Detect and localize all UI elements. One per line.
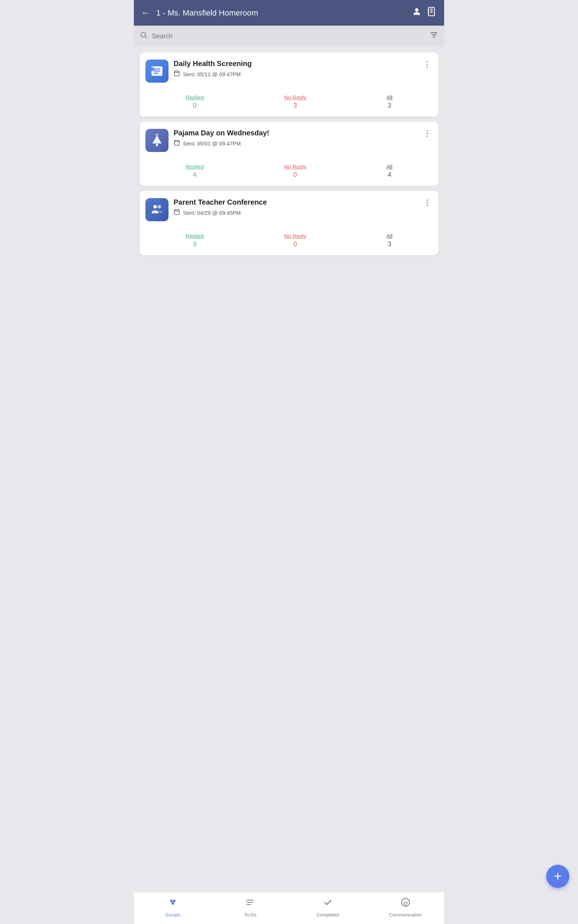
card-conference-date: Sent: 04/29 @ 09:45PM — [174, 208, 417, 216]
stat-conference-replied-count: 3 — [193, 241, 196, 248]
svg-text:✓: ✓ — [152, 68, 154, 71]
svg-rect-25 — [156, 134, 158, 135]
content: ✓ Daily Health Screening Sent: 05/11 @ 0… — [134, 47, 444, 306]
card-pajama: Pajama Day on Wednesday! Sent: 05/01 @ 0… — [140, 122, 438, 186]
communication-icon — [401, 897, 411, 910]
stat-health-replied-count: 0 — [193, 102, 196, 109]
card-pajama-header: Pajama Day on Wednesday! Sent: 05/01 @ 0… — [145, 129, 433, 152]
stat-health-all-label: All — [386, 94, 393, 100]
svg-point-45 — [246, 900, 247, 901]
card-health-sent: Sent: 05/11 @ 09:47PM — [183, 71, 241, 77]
calendar-icon-conference — [174, 208, 180, 216]
bottom-nav: Groups To-Do Completed — [134, 892, 444, 924]
svg-rect-32 — [174, 210, 179, 215]
stat-conference-noreply-count: 0 — [293, 241, 297, 248]
card-pajama-icon — [145, 129, 169, 152]
stat-pajama-replied-label: Replied — [185, 164, 204, 170]
nav-communication[interactable]: Communication — [367, 897, 444, 917]
card-health-header: ✓ Daily Health Screening Sent: 05/11 @ 0… — [145, 60, 433, 83]
stat-pajama-replied[interactable]: Replied 4 — [185, 164, 204, 179]
card-conference-sent: Sent: 04/29 @ 09:45PM — [183, 210, 241, 216]
svg-point-30 — [153, 205, 157, 208]
card-health-body: Daily Health Screening Sent: 05/11 @ 09:… — [174, 60, 417, 78]
card-conference-icon — [145, 198, 169, 221]
nav-groups-label: Groups — [165, 912, 180, 917]
stat-pajama-noreply[interactable]: No Reply 0 — [284, 164, 306, 179]
card-conference: Parent Teacher Conference Sent: 04/29 @ … — [140, 191, 438, 255]
svg-point-31 — [157, 205, 161, 208]
card-health-title: Daily Health Screening — [174, 60, 417, 68]
search-icon — [140, 31, 148, 41]
card-pajama-stats: Replied 4 No Reply 0 All 4 — [145, 159, 433, 179]
svg-rect-19 — [174, 71, 179, 76]
stat-health-replied-label: Replied — [185, 94, 204, 100]
header: ← 1 - Ms. Mansfield Homeroom — [134, 0, 444, 26]
card-conference-stats: Replied 3 No Reply 0 All 3 — [145, 228, 433, 248]
card-conference-header: Parent Teacher Conference Sent: 04/29 @ … — [145, 198, 433, 221]
card-pajama-menu[interactable]: ⋮ — [422, 129, 433, 138]
nav-communication-label: Communication — [389, 912, 421, 917]
completed-icon — [323, 897, 333, 910]
svg-rect-26 — [174, 140, 179, 145]
svg-point-47 — [246, 904, 247, 905]
stat-health-all-count: 3 — [388, 102, 391, 109]
stat-pajama-all-count: 4 — [388, 171, 391, 179]
person-icon[interactable] — [412, 7, 422, 19]
filter-icon[interactable] — [430, 31, 438, 42]
card-health-stats: Replied 0 No Reply 3 All 3 — [145, 90, 433, 109]
groups-icon — [168, 897, 178, 910]
nav-completed[interactable]: Completed — [289, 897, 367, 917]
stat-pajama-noreply-label: No Reply — [284, 164, 306, 170]
stat-conference-all-count: 3 — [388, 241, 391, 248]
stat-conference-noreply-label: No Reply — [284, 233, 306, 239]
svg-marker-23 — [152, 135, 161, 144]
calendar-icon-health — [174, 70, 180, 78]
stat-health-noreply-label: No Reply — [284, 94, 306, 100]
header-icons — [412, 7, 437, 19]
search-input[interactable] — [152, 33, 425, 40]
card-health-icon: ✓ — [145, 60, 169, 83]
search-bar — [134, 26, 444, 47]
svg-point-46 — [246, 902, 247, 903]
stat-health-all[interactable]: All 3 — [386, 94, 393, 109]
svg-line-9 — [145, 36, 147, 38]
calendar-icon-pajama — [174, 139, 180, 147]
card-pajama-date: Sent: 05/01 @ 09:47PM — [174, 139, 417, 147]
svg-point-0 — [415, 8, 418, 11]
nav-completed-label: Completed — [317, 912, 339, 917]
contact-book-icon[interactable] — [427, 7, 437, 19]
stat-pajama-noreply-count: 0 — [293, 171, 297, 179]
card-health-menu[interactable]: ⋮ — [422, 60, 433, 69]
card-pajama-title: Pajama Day on Wednesday! — [174, 129, 417, 137]
nav-todo[interactable]: To-Do — [211, 897, 289, 917]
stat-conference-all[interactable]: All 3 — [386, 233, 393, 248]
nav-groups[interactable]: Groups — [134, 897, 211, 917]
card-health-date: Sent: 05/11 @ 09:47PM — [174, 70, 417, 78]
card-conference-menu[interactable]: ⋮ — [422, 198, 433, 208]
svg-point-8 — [141, 33, 146, 37]
svg-point-24 — [156, 144, 158, 146]
stat-pajama-all-label: All — [386, 164, 393, 170]
stat-conference-replied[interactable]: Replied 3 — [185, 233, 204, 248]
stat-pajama-all[interactable]: All 4 — [386, 164, 393, 179]
card-pajama-sent: Sent: 05/01 @ 09:47PM — [183, 140, 241, 146]
stat-pajama-replied-count: 4 — [193, 171, 196, 179]
stat-health-noreply-count: 3 — [293, 102, 297, 109]
stat-health-noreply[interactable]: No Reply 3 — [284, 94, 306, 109]
stat-conference-replied-label: Replied — [185, 233, 204, 239]
todo-icon — [245, 897, 255, 910]
stat-conference-all-label: All — [386, 233, 393, 239]
card-conference-body: Parent Teacher Conference Sent: 04/29 @ … — [174, 198, 417, 216]
header-title: 1 - Ms. Mansfield Homeroom — [156, 8, 406, 18]
back-button[interactable]: ← — [141, 7, 151, 18]
card-pajama-body: Pajama Day on Wednesday! Sent: 05/01 @ 0… — [174, 129, 417, 147]
stat-health-replied[interactable]: Replied 0 — [185, 94, 204, 109]
nav-todo-label: To-Do — [244, 912, 257, 917]
stat-conference-noreply[interactable]: No Reply 0 — [284, 233, 306, 248]
card-health: ✓ Daily Health Screening Sent: 05/11 @ 0… — [140, 52, 438, 117]
card-conference-title: Parent Teacher Conference — [174, 198, 417, 207]
